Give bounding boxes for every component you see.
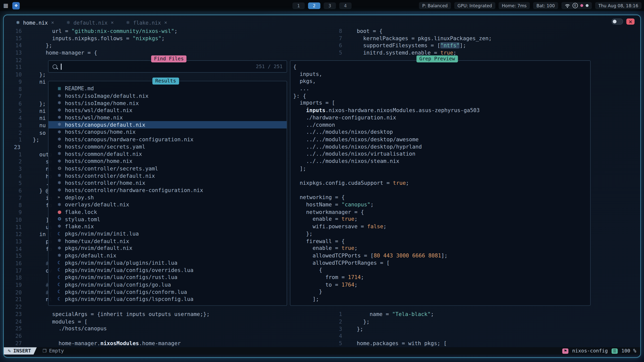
result-item[interactable]: flake.nix	[49, 223, 287, 230]
right-bottom-editor-pane[interactable]: 1 name = "Tela-black";2 };3 };45 home.pa…	[327, 311, 635, 347]
result-item[interactable]: hosts/common/default.nix	[49, 150, 287, 158]
result-item[interactable]: pkgs/default.nix	[49, 252, 287, 259]
result-item[interactable]: hosts/common/secrets.yaml	[49, 143, 287, 150]
line-number: 2	[327, 318, 342, 325]
line-number: 6	[4, 100, 22, 107]
result-item[interactable]: deploy.sh	[49, 194, 287, 201]
workspace-2-active[interactable]: 2	[308, 2, 320, 9]
result-item[interactable]: hosts/canopus/home.nix	[49, 128, 287, 136]
nix-file-icon	[58, 136, 65, 143]
tab-flake-nix[interactable]: flake.nix	[126, 20, 167, 26]
distro-logo-icon[interactable]	[12, 2, 20, 9]
result-item[interactable]: pkgs/nvim/nvim/lua/configs/go.lua	[49, 281, 287, 288]
notification-badge: 0	[573, 3, 578, 8]
result-item[interactable]: flake.lock	[49, 208, 287, 216]
neovim-window: home.nix default.nix flake.nix 16 url = …	[3, 15, 641, 357]
window-close-button[interactable]	[626, 18, 635, 24]
result-item[interactable]: hosts/isoImage/default.nix	[49, 92, 287, 100]
project-name: nixos-config	[572, 348, 608, 354]
tab-home-nix[interactable]: home.nix	[16, 20, 54, 26]
preview-title: Grep Preview	[417, 55, 458, 62]
result-item[interactable]: hosts/controller/home.nix	[49, 179, 287, 187]
result-path: overlays/default.nix	[65, 202, 129, 208]
result-item[interactable]: hosts/isoImage/home.nix	[49, 100, 287, 107]
code-line: 8 boot = {	[327, 27, 635, 35]
result-item[interactable]: hosts/controller/secrets.yaml	[49, 165, 287, 172]
result-item[interactable]: hosts/canopus/default.nix	[49, 121, 287, 128]
close-tab-icon[interactable]	[111, 20, 114, 25]
result-item[interactable]: hosts/canopus/hardware-configuration.nix	[49, 136, 287, 143]
result-item[interactable]: README.md	[49, 85, 287, 92]
code-text: home.packages = with pkgs; [	[342, 340, 447, 347]
system-tray[interactable]: 0	[561, 2, 592, 9]
result-item[interactable]: pkgs/nvim/nvim/lua/configs/lspconfig.lua	[49, 295, 287, 303]
result-path: home/tux/default.nix	[65, 238, 129, 244]
result-item[interactable]: pkgs/nvim/default.nix	[49, 245, 287, 252]
close-tab-icon[interactable]	[164, 20, 167, 25]
code-line: 14 };	[4, 42, 320, 49]
line-number: 4	[4, 173, 22, 180]
nix-file-icon	[58, 158, 65, 165]
line-number: 5	[4, 180, 22, 187]
lua-file-icon	[58, 295, 65, 303]
result-path: README.md	[65, 85, 94, 92]
result-path: hosts/common/default.nix	[65, 151, 142, 157]
code-line: 2 };	[327, 318, 635, 325]
result-item[interactable]: overlays/default.nix	[49, 201, 287, 208]
result-item[interactable]: pkgs/nvim/nvim/lua/configs/conform.lua	[49, 288, 287, 296]
code-text	[22, 85, 33, 93]
result-item[interactable]: hosts/controller/default.nix	[49, 172, 287, 179]
line-number: 5	[327, 49, 342, 57]
nix-file-icon	[58, 100, 65, 107]
result-item[interactable]: hosts/wsl/default.nix	[49, 107, 287, 114]
mode-indicator: INSERT	[4, 347, 37, 354]
result-item[interactable]: pkgs/nvim/nvim/lua/configs/overrides.lua	[49, 266, 287, 274]
code-line: 16 url = "github:nix-community/nixos-wsl…	[4, 27, 320, 35]
right-top-editor-pane[interactable]: 8 boot = {7 kernelPackages = pkgs.linuxP…	[327, 27, 635, 57]
line-number: 5	[327, 340, 342, 347]
result-path: pkgs/nvim/nvim/lua/configs/lspconfig.lua	[65, 296, 193, 302]
result-item[interactable]: hosts/controller/hardware-configuration.…	[49, 187, 287, 194]
code-line: 25 ./hosts/canopus	[4, 325, 320, 332]
tabline: home.nix default.nix flake.nix	[16, 18, 180, 27]
result-path: hosts/canopus/default.nix	[65, 122, 145, 128]
code-text: ni	[22, 115, 46, 122]
code-text: pa	[22, 238, 52, 245]
window-pin-toggle[interactable]	[612, 18, 623, 24]
nix-icon	[16, 20, 20, 25]
workspace-1[interactable]: 1	[292, 2, 305, 9]
result-item[interactable]: pkgs/nvim/nvim/lua/plugins/init.lua	[49, 259, 287, 266]
tab-default-nix[interactable]: default.nix	[66, 20, 114, 26]
line-number: 26	[4, 332, 22, 340]
result-item[interactable]: hosts/common/home.nix	[49, 158, 287, 165]
workspace-3[interactable]: 3	[324, 2, 336, 9]
preview-line: wifi.powersave = false;	[293, 223, 480, 230]
result-path: hosts/controller/home.nix	[65, 180, 145, 186]
preview-line: {	[293, 266, 480, 274]
line-number: 20	[4, 289, 22, 296]
preview-line: ../../modules/nixos/desktop/awesome	[293, 136, 480, 143]
preview-line: to = 1764;	[293, 281, 480, 288]
line-number: 10	[4, 216, 22, 223]
code-text: };	[22, 42, 52, 49]
tab-label: flake.nix	[133, 20, 161, 26]
app-launcher-icon[interactable]	[3, 3, 8, 9]
result-item[interactable]: stylua.toml	[49, 216, 287, 223]
result-path: hosts/canopus/home.nix	[65, 129, 136, 135]
result-item[interactable]: home/tux/default.nix	[49, 237, 287, 245]
result-item[interactable]: hosts/wsl/home.nix	[49, 114, 287, 121]
code-line: 3 };	[327, 325, 635, 333]
line-number: 10	[4, 71, 22, 78]
nix-file-icon	[58, 245, 65, 252]
line-number: 9	[4, 209, 22, 216]
results-list[interactable]: README.mdhosts/isoImage/default.nixhosts…	[49, 85, 287, 303]
lua-file-icon	[58, 259, 65, 266]
result-item[interactable]: pkgs/nvim/nvim/init.lua	[49, 230, 287, 238]
code-text: outp	[22, 151, 52, 158]
line-number: 12	[4, 231, 22, 238]
close-tab-icon[interactable]	[51, 20, 54, 25]
preview-line: nixpkgs.config.cudaSupport = true;	[293, 179, 480, 187]
workspace-4[interactable]: 4	[339, 2, 352, 9]
result-item[interactable]: pkgs/nvim/nvim/lua/configs/rust.lua	[49, 274, 287, 281]
preview-line: ../../modules/nixos/virtualisation	[293, 150, 480, 158]
